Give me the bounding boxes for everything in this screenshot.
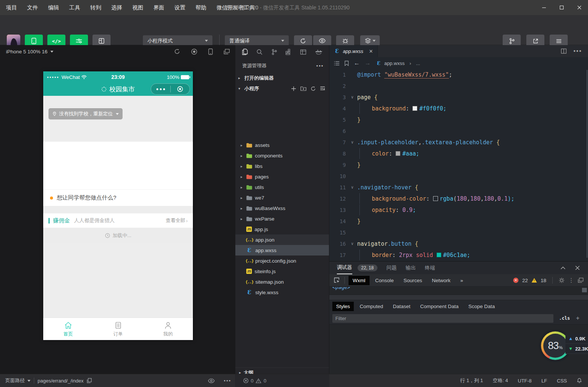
- devtools-tab-overflow[interactable]: »: [456, 276, 467, 285]
- menu-item-界面[interactable]: 界面: [153, 4, 164, 11]
- maximize-button[interactable]: [553, 0, 570, 15]
- relocate-pill-button[interactable]: 没有找到学校，重新定位: [48, 108, 123, 119]
- file-siteinfo.js[interactable]: JSsiteinfo.js: [235, 266, 329, 277]
- device-frame-icon[interactable]: [208, 48, 213, 55]
- warning-count[interactable]: 18: [541, 278, 546, 283]
- split-editor-icon[interactable]: [561, 48, 567, 54]
- devtools-tab-wxml[interactable]: Wxml: [349, 276, 370, 285]
- file-assets[interactable]: ▸assets: [235, 140, 329, 150]
- file-app.js[interactable]: JSapp.js: [235, 224, 329, 234]
- indentation[interactable]: 空格: 4: [493, 377, 508, 384]
- eol-type[interactable]: LF: [541, 378, 547, 384]
- tab-profile[interactable]: 我的: [143, 318, 193, 340]
- fold-icon[interactable]: ∨: [347, 182, 357, 193]
- file-utils[interactable]: ▸utils: [235, 182, 329, 192]
- tab-orders[interactable]: 订单: [93, 318, 143, 340]
- close-button[interactable]: [570, 0, 588, 15]
- cursor-position[interactable]: 行 1，列 1: [460, 377, 483, 384]
- source-control-icon[interactable]: [271, 49, 277, 55]
- breadcrumb-file[interactable]: Ɛ app.wxss: [376, 60, 405, 66]
- menu-item-视图[interactable]: 视图: [132, 4, 143, 11]
- collapse-all-icon[interactable]: [320, 86, 325, 91]
- code-line-3[interactable]: 3∨page {: [329, 92, 588, 103]
- forward-arrow-icon[interactable]: →: [365, 60, 371, 67]
- code-line-1[interactable]: 1@import "wuBaseWxss/7.wxss";: [329, 69, 588, 80]
- outline-list-icon[interactable]: [334, 61, 339, 66]
- code-line-6[interactable]: 6: [329, 125, 588, 137]
- more-menu-button[interactable]: [151, 88, 170, 90]
- color-swatch[interactable]: [436, 252, 441, 257]
- undock-icon[interactable]: [578, 278, 583, 283]
- page-path-value[interactable]: pages/errand/_/index: [38, 378, 83, 384]
- editor-scrollbar[interactable]: [586, 70, 588, 258]
- minimize-button[interactable]: [535, 0, 553, 15]
- wxml-tree[interactable]: <page>: [329, 287, 588, 295]
- code-line-2[interactable]: 2: [329, 80, 588, 92]
- extensions-icon[interactable]: [285, 49, 292, 55]
- file-app.json[interactable]: {..}app.json: [235, 234, 329, 245]
- inspector-tab-dataset[interactable]: Dataset: [389, 302, 414, 311]
- close-capsule-button[interactable]: [171, 86, 190, 92]
- file-libs[interactable]: ▸libs: [235, 161, 329, 171]
- bookmark-icon[interactable]: [344, 60, 349, 66]
- code-line-12[interactable]: 12background-color: rgba(180,180,180,0.1…: [329, 193, 588, 204]
- encoding[interactable]: UTF-8: [518, 378, 532, 384]
- refresh-icon[interactable]: [311, 86, 316, 91]
- problems-summary[interactable]: 0 0: [235, 374, 329, 387]
- tab-output[interactable]: 输出: [406, 265, 416, 271]
- new-file-icon[interactable]: [291, 86, 296, 91]
- code-line-10[interactable]: 10: [329, 171, 588, 182]
- file-we7[interactable]: ▸we7: [235, 192, 329, 203]
- menu-item-设置[interactable]: 设置: [174, 4, 185, 11]
- settings-gear-icon[interactable]: [559, 277, 565, 283]
- code-line-15[interactable]: 15: [329, 227, 588, 238]
- more-options-button[interactable]: •••: [224, 378, 231, 384]
- multi-window-icon[interactable]: [224, 49, 230, 54]
- page-path-label[interactable]: 页面路径: [5, 377, 25, 384]
- kebab-menu-icon[interactable]: ⋮: [568, 277, 574, 284]
- layout-icon[interactable]: [300, 49, 306, 55]
- file-app.wxss[interactable]: Ɛapp.wxss: [235, 245, 329, 255]
- restart-icon[interactable]: [174, 48, 180, 54]
- error-count[interactable]: 22: [522, 278, 528, 283]
- menu-item-帮助[interactable]: 帮助: [195, 4, 206, 11]
- wxml-scrollbar-thumb[interactable]: [582, 288, 587, 292]
- color-swatch[interactable]: [396, 151, 400, 156]
- language-mode[interactable]: CSS: [557, 378, 567, 384]
- inspector-tab-component-data[interactable]: Component Data: [417, 302, 462, 311]
- code-line-9[interactable]: 9}: [329, 159, 588, 171]
- code-area[interactable]: 1@import "wuBaseWxss/7.wxss";23∨page {4b…: [329, 69, 588, 261]
- copy-icon[interactable]: [87, 378, 92, 383]
- styles-filter-input[interactable]: Filter: [332, 314, 553, 323]
- code-line-11[interactable]: 11∨.navigator-hover {: [329, 182, 588, 193]
- devtools-tab-console[interactable]: Console: [371, 276, 398, 285]
- code-line-13[interactable]: 13opacity: 0.9;: [329, 204, 588, 216]
- tab-app-wxss[interactable]: Ɛ app.wxss ✕: [329, 45, 378, 57]
- tab-debugger[interactable]: 调试器: [337, 262, 352, 274]
- collapse-panel-icon[interactable]: [561, 266, 565, 269]
- remote-debug-button[interactable]: [336, 35, 354, 46]
- color-swatch[interactable]: [433, 196, 438, 201]
- panel-splitter[interactable]: [329, 295, 588, 300]
- section-project[interactable]: ▾ 小程序: [235, 83, 329, 94]
- add-style-button[interactable]: +: [576, 315, 579, 322]
- close-panel-icon[interactable]: [575, 266, 580, 270]
- menu-item-选择[interactable]: 选择: [111, 4, 122, 11]
- device-selector[interactable]: iPhone 5 100% 16: [6, 49, 47, 54]
- section-open-editors[interactable]: ▸ 打开的编辑器: [235, 73, 329, 83]
- tab-terminal[interactable]: 终端: [425, 265, 435, 271]
- files-icon[interactable]: [242, 48, 248, 55]
- code-line-8[interactable]: 8color: #aaa;: [329, 148, 588, 159]
- file-wxParse[interactable]: ▸wxParse: [235, 213, 329, 224]
- wxml-root-node[interactable]: <page>: [329, 287, 588, 290]
- eye-icon[interactable]: [208, 378, 215, 383]
- code-line-16[interactable]: 16∨navigator.button {: [329, 238, 588, 249]
- prompt-row[interactable]: 想让同学帮您做点什么?: [43, 189, 193, 206]
- tab-problems[interactable]: 问题: [386, 265, 397, 271]
- mode-select[interactable]: 小程序模式: [143, 35, 212, 46]
- new-folder-icon[interactable]: [300, 86, 306, 91]
- code-line-7[interactable]: 7∨.input-placeholder,.textarea-placehold…: [329, 137, 588, 148]
- editor-more-button[interactable]: •••: [573, 48, 582, 54]
- file-pages[interactable]: ▸pages: [235, 171, 329, 182]
- code-line-14[interactable]: 14}: [329, 216, 588, 227]
